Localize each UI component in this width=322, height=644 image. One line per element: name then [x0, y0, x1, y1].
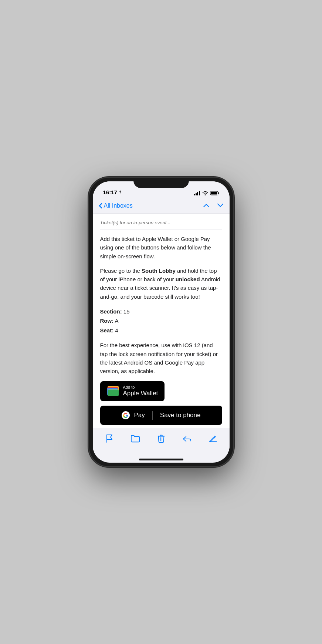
add-to-label: Add to — [123, 385, 135, 390]
section-line: Section: 15 — [100, 307, 222, 316]
flag-button[interactable] — [101, 433, 118, 445]
gpay-divider — [152, 411, 153, 420]
nav-bar: All Inboxes — [93, 198, 230, 214]
ticket-info: Section: 15 Row: A Seat: 4 — [100, 307, 222, 335]
compose-icon — [209, 434, 217, 443]
ios-note-paragraph: For the best experience, use with iOS 12… — [100, 341, 222, 375]
row-line: Row: A — [100, 316, 222, 326]
intro-paragraph: Add this ticket to Apple Wallet or Googl… — [100, 235, 222, 261]
wallet-icon — [107, 386, 119, 396]
seat-value: 4 — [115, 327, 118, 333]
location-icon — [118, 190, 122, 195]
section-label: Section: — [100, 308, 122, 315]
chevron-up-icon — [203, 203, 210, 208]
row-value: A — [115, 318, 119, 324]
folder-icon — [131, 434, 140, 443]
google-g-icon — [122, 411, 130, 419]
seat-label: Seat: — [100, 327, 114, 333]
svg-rect-3 — [211, 192, 217, 195]
wallet-label: Apple Wallet — [123, 390, 158, 397]
save-to-phone-label: Save to phone — [160, 412, 201, 419]
gpay-logo — [122, 411, 130, 419]
wifi-icon — [202, 191, 208, 195]
section-value: 15 — [123, 308, 130, 315]
status-icons — [194, 191, 219, 195]
home-indicator — [139, 459, 183, 460]
seat-line: Seat: 4 — [100, 326, 222, 335]
signal-bars — [194, 191, 200, 195]
trash-button[interactable] — [153, 433, 169, 445]
reply-icon — [183, 434, 191, 443]
phone-frame: 16:17 — [89, 178, 233, 466]
time-display: 16:17 — [103, 189, 117, 195]
back-label: All Inboxes — [104, 202, 133, 209]
ios-note-text: For the best experience, use with iOS 12… — [100, 342, 218, 374]
add-to-apple-wallet-button[interactable]: Add to Apple Wallet — [100, 381, 165, 401]
chevron-down-icon — [217, 203, 224, 208]
row-label: Row: — [100, 318, 114, 324]
trash-icon — [157, 434, 166, 443]
battery-icon — [210, 191, 219, 195]
back-button[interactable]: All Inboxes — [99, 202, 133, 209]
svg-rect-0 — [120, 191, 121, 193]
email-header-partial: Ticket(s) for an in-person event... — [100, 220, 222, 229]
pay-label: Pay — [134, 412, 145, 419]
back-chevron-icon — [99, 203, 102, 209]
reply-button[interactable] — [179, 433, 195, 445]
nav-up-button[interactable] — [203, 202, 210, 209]
screen: 16:17 — [93, 181, 230, 463]
intro-text: Add this ticket to Apple Wallet or Googl… — [100, 236, 211, 259]
flag-icon — [105, 434, 114, 443]
status-time: 16:17 — [103, 189, 122, 195]
instructions-paragraph: Please go to the South Lobby and hold th… — [100, 266, 222, 301]
location-text: South Lobby — [142, 268, 176, 274]
email-content: Ticket(s) for an in-person event... Add … — [93, 214, 230, 428]
nav-down-button[interactable] — [217, 202, 224, 209]
nav-arrows — [203, 202, 224, 209]
folder-button[interactable] — [127, 433, 143, 445]
svg-rect-2 — [218, 192, 219, 194]
notch — [133, 178, 189, 188]
bottom-toolbar — [93, 428, 230, 459]
compose-button[interactable] — [205, 433, 221, 445]
google-pay-button[interactable]: Pay Save to phone — [100, 406, 222, 425]
unlocked-text: unlocked — [176, 276, 200, 282]
apple-wallet-text: Add to Apple Wallet — [123, 385, 158, 398]
